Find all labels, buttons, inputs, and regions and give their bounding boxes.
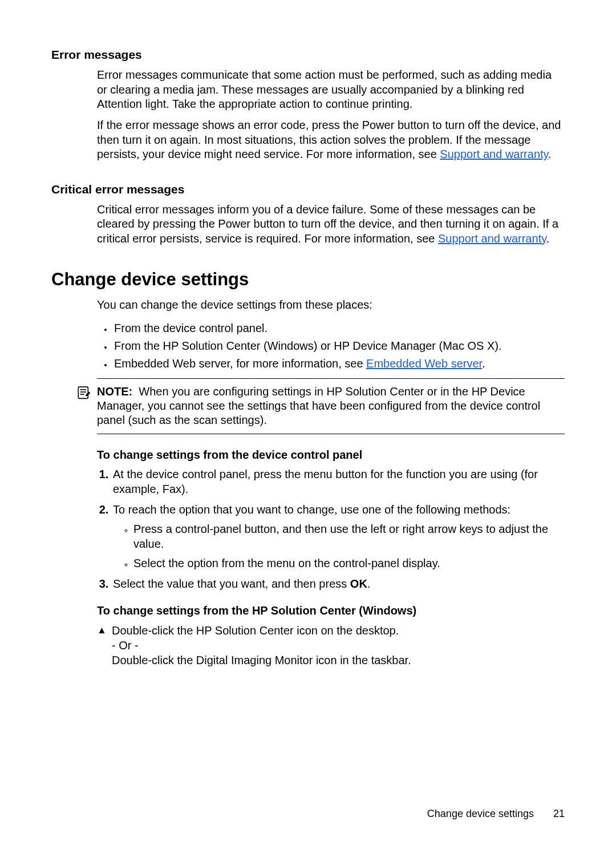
paragraph: Error messages communicate that some act… [97, 68, 565, 111]
list-item: Press a control-panel button, and then u… [133, 521, 565, 551]
svg-rect-0 [78, 387, 88, 398]
list-item: From the device control panel. [113, 320, 565, 337]
text: . [548, 148, 552, 160]
triangle-list: ▲ Double-click the HP Solution Center ic… [97, 623, 565, 668]
text: When you are configuring settings in HP … [97, 385, 540, 427]
heading-change-device-settings: Change device settings [51, 269, 565, 290]
list-item: Select the value that you want, and then… [112, 576, 565, 591]
page-footer: Change device settings21 [427, 808, 565, 820]
text: - Or - [112, 639, 139, 652]
triangle-icon: ▲ [97, 623, 108, 638]
paragraph: You can change the device settings from … [97, 298, 565, 312]
paragraph: Critical error messages inform you of a … [97, 203, 565, 246]
note-label: NOTE: [97, 385, 132, 398]
section-change-device-settings-body: You can change the device settings from … [97, 298, 565, 667]
list-item: From the HP Solution Center (Windows) or… [113, 337, 565, 355]
paragraph: If the error message shows an error code… [97, 118, 565, 161]
link-embedded-web-server[interactable]: Embedded Web server [366, 357, 482, 370]
list-item: ▲ Double-click the HP Solution Center ic… [97, 623, 565, 668]
note-text: NOTE: When you are configuring settings … [97, 385, 565, 428]
page: Error messages Error messages communicat… [0, 0, 616, 853]
text: Double-click the HP Solution Center icon… [112, 624, 399, 637]
bullet-list: From the device control panel. From the … [97, 320, 565, 373]
page-number: 21 [553, 808, 565, 819]
heading-error-messages: Error messages [51, 47, 565, 62]
bullet-list: Press a control-panel button, and then u… [121, 521, 565, 571]
list-item: Select the option from the menu on the c… [133, 556, 565, 571]
text: Embedded Web server, for more informatio… [114, 357, 366, 370]
text: Double-click the Digital Imaging Monitor… [112, 654, 411, 666]
heading-change-from-control-panel: To change settings from the device contr… [97, 448, 565, 462]
list-item: To reach the option that you want to cha… [112, 502, 565, 571]
section-error-messages-body: Error messages communicate that some act… [97, 68, 565, 161]
heading-change-from-solution-center: To change settings from the HP Solution … [97, 604, 565, 618]
list-item: At the device control panel, press the m… [112, 467, 565, 496]
text: . [367, 577, 371, 590]
link-support-and-warranty[interactable]: Support and warranty [440, 148, 548, 160]
text: . [546, 232, 550, 245]
note-box: NOTE: When you are configuring settings … [97, 378, 565, 434]
text: To reach the option that you want to cha… [113, 503, 510, 516]
text-bold: OK [350, 577, 367, 590]
ordered-list: At the device control panel, press the m… [97, 467, 565, 591]
footer-title: Change device settings [427, 808, 534, 819]
heading-critical-error-messages: Critical error messages [51, 181, 565, 197]
link-support-and-warranty[interactable]: Support and warranty [438, 232, 546, 245]
text: . [482, 357, 485, 370]
note-icon [76, 385, 91, 399]
text: Select the value that you want, and then… [113, 577, 350, 590]
list-item: Embedded Web server, for more informatio… [113, 355, 565, 373]
section-critical-error-messages-body: Critical error messages inform you of a … [97, 203, 565, 246]
